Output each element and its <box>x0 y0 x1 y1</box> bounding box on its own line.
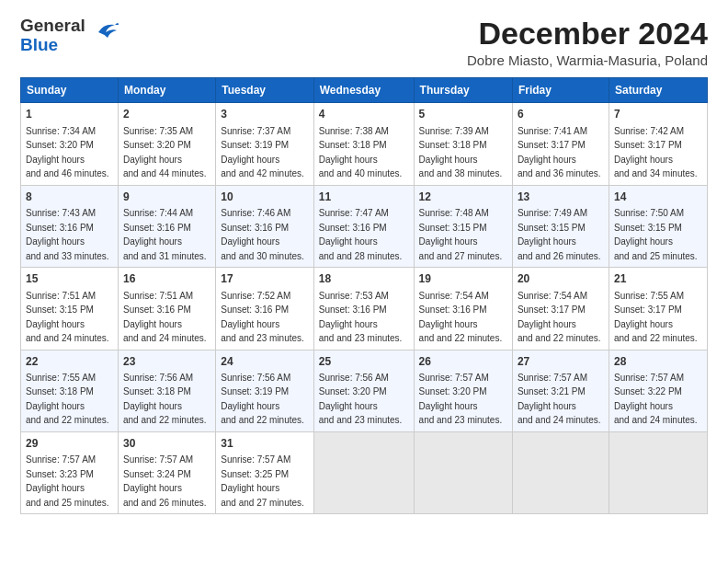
day-number: 18 <box>319 271 409 287</box>
day-of-week-header: Monday <box>118 78 215 103</box>
day-of-week-header: Thursday <box>414 78 512 103</box>
day-info: Sunrise: 7:57 AMSunset: 3:23 PMDaylight … <box>26 454 109 508</box>
day-info: Sunrise: 7:55 AMSunset: 3:18 PMDaylight … <box>26 373 109 426</box>
day-of-week-header: Sunday <box>21 78 119 103</box>
day-number: 1 <box>26 107 113 122</box>
day-info: Sunrise: 7:47 AMSunset: 3:16 PMDaylight … <box>319 208 403 261</box>
day-number: 4 <box>319 107 409 122</box>
day-info: Sunrise: 7:57 AMSunset: 3:21 PMDaylight … <box>518 373 601 426</box>
day-number: 25 <box>319 354 409 370</box>
calendar-table: SundayMondayTuesdayWednesdayThursdayFrid… <box>20 77 708 514</box>
day-info: Sunrise: 7:50 AMSunset: 3:15 PMDaylight … <box>614 208 698 261</box>
calendar-day-cell: 26Sunrise: 7:57 AMSunset: 3:20 PMDayligh… <box>414 350 512 431</box>
day-info: Sunrise: 7:44 AMSunset: 3:16 PMDaylight … <box>123 208 207 261</box>
calendar-day-cell: 13Sunrise: 7:49 AMSunset: 3:15 PMDayligh… <box>512 185 609 267</box>
calendar-day-cell: 20Sunrise: 7:54 AMSunset: 3:17 PMDayligh… <box>512 268 609 350</box>
day-number: 16 <box>123 271 210 287</box>
day-info: Sunrise: 7:43 AMSunset: 3:16 PMDaylight … <box>26 208 109 261</box>
calendar-week-row: 8Sunrise: 7:43 AMSunset: 3:16 PMDaylight… <box>21 185 708 267</box>
calendar-day-cell: 12Sunrise: 7:48 AMSunset: 3:15 PMDayligh… <box>414 185 512 267</box>
calendar-week-row: 29Sunrise: 7:57 AMSunset: 3:23 PMDayligh… <box>21 431 708 513</box>
calendar-day-cell: 6Sunrise: 7:41 AMSunset: 3:17 PMDaylight… <box>512 103 609 185</box>
day-info: Sunrise: 7:49 AMSunset: 3:15 PMDaylight … <box>518 208 601 261</box>
month-title: December 2024 <box>467 17 708 51</box>
day-info: Sunrise: 7:57 AMSunset: 3:24 PMDaylight … <box>123 454 207 508</box>
day-number: 26 <box>419 354 507 370</box>
day-number: 28 <box>614 354 702 370</box>
day-info: Sunrise: 7:51 AMSunset: 3:15 PMDaylight … <box>26 291 109 344</box>
calendar-day-cell: 27Sunrise: 7:57 AMSunset: 3:21 PMDayligh… <box>512 350 609 431</box>
day-info: Sunrise: 7:56 AMSunset: 3:18 PMDaylight … <box>123 373 207 426</box>
calendar-page: GeneralBlue December 2024 Dobre Miasto, … <box>0 0 728 563</box>
calendar-day-cell: 23Sunrise: 7:56 AMSunset: 3:18 PMDayligh… <box>118 350 215 431</box>
day-number: 7 <box>614 107 702 122</box>
day-info: Sunrise: 7:35 AMSunset: 3:20 PMDaylight … <box>123 126 207 179</box>
day-number: 31 <box>221 436 309 452</box>
calendar-day-cell: 30Sunrise: 7:57 AMSunset: 3:24 PMDayligh… <box>118 431 215 513</box>
calendar-day-cell: 3Sunrise: 7:37 AMSunset: 3:19 PMDaylight… <box>216 103 314 185</box>
calendar-day-cell: 29Sunrise: 7:57 AMSunset: 3:23 PMDayligh… <box>21 431 119 513</box>
calendar-day-cell: 18Sunrise: 7:53 AMSunset: 3:16 PMDayligh… <box>313 268 414 350</box>
calendar-header-row: SundayMondayTuesdayWednesdayThursdayFrid… <box>21 78 708 103</box>
day-number: 21 <box>614 271 702 287</box>
day-of-week-header: Saturday <box>609 78 707 103</box>
calendar-day-cell <box>512 431 609 513</box>
day-number: 3 <box>221 107 309 122</box>
day-number: 23 <box>123 354 210 370</box>
calendar-day-cell: 17Sunrise: 7:52 AMSunset: 3:16 PMDayligh… <box>216 268 314 350</box>
day-number: 19 <box>419 271 507 287</box>
location-subtitle: Dobre Miasto, Warmia-Masuria, Poland <box>467 52 708 68</box>
day-info: Sunrise: 7:52 AMSunset: 3:16 PMDaylight … <box>221 291 304 344</box>
day-info: Sunrise: 7:55 AMSunset: 3:17 PMDaylight … <box>614 291 698 344</box>
calendar-day-cell: 8Sunrise: 7:43 AMSunset: 3:16 PMDaylight… <box>21 185 119 267</box>
day-number: 10 <box>221 190 309 205</box>
logo: GeneralBlue <box>20 17 119 55</box>
day-number: 27 <box>518 354 604 370</box>
day-info: Sunrise: 7:39 AMSunset: 3:18 PMDaylight … <box>419 126 503 179</box>
day-number: 13 <box>518 190 604 205</box>
day-info: Sunrise: 7:48 AMSunset: 3:15 PMDaylight … <box>419 208 503 261</box>
day-number: 17 <box>221 271 309 287</box>
day-info: Sunrise: 7:56 AMSunset: 3:19 PMDaylight … <box>221 373 304 426</box>
calendar-day-cell: 7Sunrise: 7:42 AMSunset: 3:17 PMDaylight… <box>609 103 707 185</box>
day-info: Sunrise: 7:57 AMSunset: 3:20 PMDaylight … <box>419 373 503 426</box>
day-number: 12 <box>419 190 507 205</box>
day-number: 15 <box>26 271 113 287</box>
calendar-week-row: 22Sunrise: 7:55 AMSunset: 3:18 PMDayligh… <box>21 350 708 431</box>
calendar-day-cell <box>609 431 707 513</box>
calendar-day-cell: 11Sunrise: 7:47 AMSunset: 3:16 PMDayligh… <box>313 185 414 267</box>
day-number: 29 <box>26 436 113 452</box>
calendar-day-cell: 5Sunrise: 7:39 AMSunset: 3:18 PMDaylight… <box>414 103 512 185</box>
day-of-week-header: Tuesday <box>216 78 314 103</box>
calendar-day-cell: 24Sunrise: 7:56 AMSunset: 3:19 PMDayligh… <box>216 350 314 431</box>
title-block: December 2024 Dobre Miasto, Warmia-Masur… <box>467 17 708 68</box>
day-number: 14 <box>614 190 702 205</box>
day-info: Sunrise: 7:54 AMSunset: 3:17 PMDaylight … <box>518 291 601 344</box>
day-info: Sunrise: 7:54 AMSunset: 3:16 PMDaylight … <box>419 291 503 344</box>
day-number: 22 <box>26 354 113 370</box>
calendar-day-cell <box>313 431 414 513</box>
calendar-day-cell: 22Sunrise: 7:55 AMSunset: 3:18 PMDayligh… <box>21 350 119 431</box>
day-number: 6 <box>518 107 604 122</box>
day-of-week-header: Wednesday <box>313 78 414 103</box>
calendar-day-cell: 25Sunrise: 7:56 AMSunset: 3:20 PMDayligh… <box>313 350 414 431</box>
day-info: Sunrise: 7:51 AMSunset: 3:16 PMDaylight … <box>123 291 207 344</box>
day-of-week-header: Friday <box>512 78 609 103</box>
calendar-day-cell <box>414 431 512 513</box>
day-number: 8 <box>26 190 113 205</box>
day-info: Sunrise: 7:56 AMSunset: 3:20 PMDaylight … <box>319 373 403 426</box>
calendar-day-cell: 14Sunrise: 7:50 AMSunset: 3:15 PMDayligh… <box>609 185 707 267</box>
day-info: Sunrise: 7:38 AMSunset: 3:18 PMDaylight … <box>319 126 403 179</box>
day-number: 24 <box>221 354 309 370</box>
calendar-week-row: 1Sunrise: 7:34 AMSunset: 3:20 PMDaylight… <box>21 103 708 185</box>
calendar-day-cell: 21Sunrise: 7:55 AMSunset: 3:17 PMDayligh… <box>609 268 707 350</box>
day-info: Sunrise: 7:46 AMSunset: 3:16 PMDaylight … <box>221 208 304 261</box>
day-number: 20 <box>518 271 604 287</box>
logo-bird-icon <box>91 19 119 45</box>
day-number: 5 <box>419 107 507 122</box>
day-info: Sunrise: 7:42 AMSunset: 3:17 PMDaylight … <box>614 126 698 179</box>
header: GeneralBlue December 2024 Dobre Miasto, … <box>20 17 708 68</box>
calendar-day-cell: 4Sunrise: 7:38 AMSunset: 3:18 PMDaylight… <box>313 103 414 185</box>
day-info: Sunrise: 7:57 AMSunset: 3:22 PMDaylight … <box>614 373 698 426</box>
day-info: Sunrise: 7:34 AMSunset: 3:20 PMDaylight … <box>26 126 109 179</box>
